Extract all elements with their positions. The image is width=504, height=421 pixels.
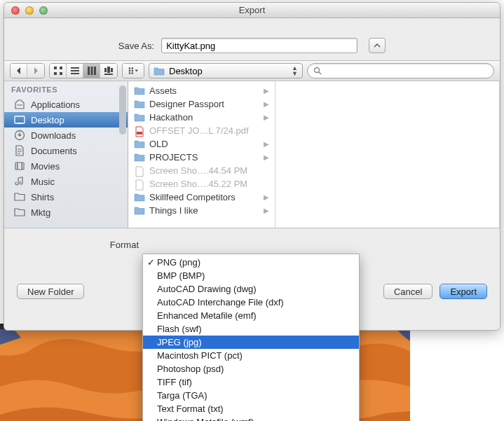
chevron-right-icon: ▶	[264, 113, 269, 121]
file-item[interactable]: OFFSET JO…L 7/24.pdf	[128, 124, 275, 137]
format-option[interactable]: Targa (TGA)	[143, 389, 359, 402]
format-option[interactable]: AutoCAD Drawing (dwg)	[143, 282, 359, 296]
sidebar-item-downloads[interactable]: Downloads	[4, 127, 128, 143]
sidebar-item-mktg[interactable]: Mktg	[4, 205, 128, 220]
sidebar: FAVORITES ApplicationsDesktopDownloadsDo…	[4, 81, 128, 228]
svg-rect-6	[71, 70, 79, 71]
sidebar-item-label: Documents	[31, 146, 77, 156]
svg-rect-23	[15, 116, 25, 123]
nav-segment	[10, 63, 45, 78]
chevron-up-icon	[374, 42, 381, 49]
location-popup[interactable]: Desktop ▲▼	[149, 63, 303, 78]
format-option[interactable]: PNG (png)	[143, 256, 359, 269]
folder-icon	[134, 139, 145, 149]
svg-rect-12	[107, 67, 110, 73]
svg-rect-27	[17, 163, 18, 170]
sidebar-item-shirts[interactable]: Shirts	[4, 189, 128, 205]
folder-icon	[134, 153, 145, 163]
svg-rect-15	[129, 67, 130, 69]
disclosure-toggle-button[interactable]	[369, 38, 386, 53]
file-item[interactable]: Things I like▶	[128, 204, 275, 217]
export-button[interactable]: Export	[440, 284, 487, 299]
forward-button[interactable]	[27, 64, 44, 78]
triangle-left-icon	[14, 66, 24, 76]
format-option[interactable]: BMP (BMP)	[143, 269, 359, 282]
sidebar-icon	[14, 176, 25, 187]
scrollbar-thumb[interactable]	[119, 85, 126, 134]
file-item[interactable]: Screen Sho….45.22 PM	[128, 177, 275, 191]
sidebar-icon	[14, 207, 25, 218]
sidebar-scrollbar[interactable]	[118, 84, 127, 225]
svg-rect-4	[60, 72, 62, 75]
format-option[interactable]: Text Format (txt)	[143, 402, 359, 415]
format-option[interactable]: AutoCAD Interchange File (dxf)	[143, 296, 359, 309]
sidebar-item-label: Applications	[31, 99, 80, 110]
columns-icon	[87, 66, 97, 76]
svg-rect-1	[54, 67, 57, 69]
format-option[interactable]: JPEG (jpg)	[143, 336, 359, 349]
svg-rect-26	[15, 163, 24, 170]
list-view-button[interactable]	[67, 64, 83, 78]
svg-rect-8	[88, 67, 90, 75]
svg-rect-11	[104, 68, 107, 72]
grid-icon	[53, 66, 63, 76]
svg-rect-18	[132, 67, 133, 69]
search-icon	[313, 67, 322, 75]
file-item[interactable]: Screen Sho….44.54 PM	[128, 164, 275, 177]
svg-rect-5	[71, 67, 79, 69]
svg-rect-13	[111, 68, 113, 72]
format-option[interactable]: Photoshop (psd)	[143, 362, 359, 375]
folder-icon	[134, 113, 145, 123]
file-item-label: Hackathon	[149, 112, 259, 123]
chevron-right-icon: ▶	[264, 100, 269, 108]
sidebar-item-music[interactable]: Music	[4, 174, 128, 189]
sidebar-item-documents[interactable]: Documents	[4, 143, 128, 158]
format-option[interactable]: Windows Metafile (wmf)	[143, 415, 359, 421]
titlebar: Export	[4, 3, 500, 18]
file-item-label: OLD	[149, 139, 259, 149]
file-item[interactable]: Skillfeed Competitors▶	[128, 191, 275, 204]
coverflow-view-button[interactable]	[100, 64, 117, 78]
format-option[interactable]: Enhanced Metafile (emf)	[143, 309, 359, 322]
cancel-button[interactable]: Cancel	[383, 284, 433, 299]
format-option[interactable]: Macintosh PICT (pct)	[143, 349, 359, 362]
icon-view-button[interactable]	[50, 64, 67, 78]
folder-icon	[134, 86, 145, 96]
svg-rect-24	[17, 123, 22, 124]
file-item[interactable]: PROJECTS▶	[128, 151, 275, 164]
file-item[interactable]: Designer Passport▶	[128, 97, 275, 111]
sidebar-item-movies[interactable]: Movies	[4, 158, 128, 174]
pdf-icon	[134, 126, 145, 136]
file-browser: FAVORITES ApplicationsDesktopDownloadsDo…	[4, 81, 500, 228]
svg-rect-3	[54, 72, 57, 75]
back-button[interactable]	[11, 64, 27, 78]
new-folder-button[interactable]: New Folder	[17, 284, 84, 299]
view-segment	[49, 63, 118, 78]
format-label: Format	[4, 240, 143, 250]
file-item[interactable]: Hackathon▶	[128, 111, 275, 124]
file-item[interactable]: OLD▶	[128, 137, 275, 151]
format-option[interactable]: Flash (swf)	[143, 322, 359, 336]
column-view-button[interactable]	[83, 64, 100, 78]
chevron-right-icon: ▶	[264, 207, 269, 214]
arrange-button[interactable]	[123, 64, 144, 78]
sidebar-header-favorites: FAVORITES	[4, 81, 128, 97]
file-item-label: Screen Sho….45.22 PM	[149, 179, 269, 189]
file-item[interactable]: Assets▶	[128, 84, 275, 97]
svg-rect-29	[137, 132, 142, 134]
filename-input[interactable]	[161, 38, 357, 53]
svg-rect-2	[60, 67, 62, 69]
svg-rect-20	[132, 72, 133, 74]
arrange-icon	[128, 66, 138, 76]
svg-line-22	[319, 72, 321, 74]
folder-icon	[154, 67, 165, 76]
sidebar-item-applications[interactable]: Applications	[4, 97, 128, 112]
search-input[interactable]	[326, 66, 488, 76]
chevron-right-icon: ▶	[264, 193, 269, 201]
svg-rect-16	[129, 70, 130, 71]
format-option[interactable]: TIFF (tif)	[143, 375, 359, 389]
triangle-right-icon	[31, 66, 41, 76]
format-dropdown-menu: PNG (png)BMP (BMP)AutoCAD Drawing (dwg)A…	[142, 254, 360, 421]
sidebar-item-label: Mktg	[31, 207, 50, 218]
sidebar-item-desktop[interactable]: Desktop	[4, 112, 128, 127]
